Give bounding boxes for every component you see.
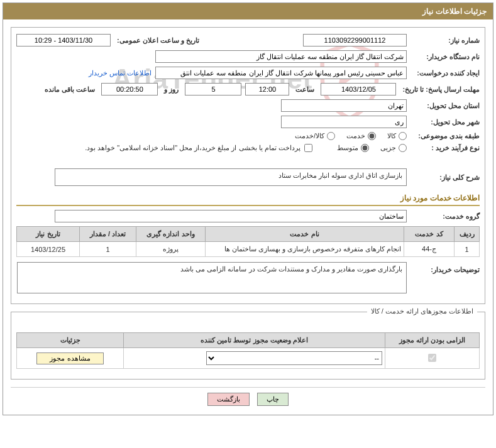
view-license-button[interactable]: مشاهده مجوز	[36, 352, 103, 364]
th-unit: واحد اندازه گیری	[136, 227, 206, 242]
city-label: شهر محل تحویل:	[411, 118, 480, 126]
service-group-field[interactable]	[55, 210, 407, 222]
license-status-select[interactable]: --	[206, 351, 382, 365]
subject-radio-goods[interactable]: کالا	[387, 132, 407, 140]
subject-radio-service-label: خدمت	[346, 132, 365, 140]
city-field[interactable]	[281, 116, 407, 128]
province-label: استان محل تحویل:	[411, 102, 480, 110]
th-date: تاریخ نیاز	[17, 227, 80, 242]
subject-radio-goods-service[interactable]: کالا/خدمت	[295, 132, 335, 140]
need-desc-field[interactable]: بازسازی اتاق اداری سوله انبار مخابرات ست…	[55, 168, 407, 186]
cell-unit: پروژه	[136, 242, 206, 257]
subject-radio-service-input[interactable]	[368, 132, 376, 140]
buyer-notes-label: توضیحات خریدار:	[411, 262, 480, 274]
purchase-radio-minor-label: جزیی	[380, 144, 396, 152]
need-number-label: شماره نیاز:	[411, 36, 480, 45]
treasury-checkbox-input[interactable]	[304, 144, 312, 152]
subject-class-label: طبقه بندی موضوعی:	[411, 132, 480, 140]
table-row: 1 ج-44 انجام کارهای متفرقه درخصوص بازساز…	[17, 242, 480, 257]
cell-date: 1403/12/25	[17, 242, 80, 257]
main-panel: شماره نیاز: تاریخ و ساعت اعلان عمومی: نا…	[11, 27, 485, 304]
need-desc-label: شرح کلی نیاز:	[411, 173, 480, 182]
treasury-checkbox[interactable]: پرداخت تمام یا بخشی از مبلغ خرید،از محل …	[85, 144, 312, 152]
license-status-cell: --	[124, 348, 385, 369]
deadline-remaining-label: ساعت باقی مانده	[42, 85, 97, 94]
service-info-title: اطلاعات خدمات مورد نیاز	[16, 191, 480, 206]
page-title: جزئیات اطلاعات نیاز	[3, 3, 493, 19]
cell-name: انجام کارهای متفرقه درخصوص بازسازی و بهس…	[206, 242, 404, 257]
license-mandatory-checkbox	[428, 354, 436, 362]
license-panel: اطلاعات مجوزهای ارائه خدمت / کالا الزامی…	[11, 312, 485, 380]
cell-row: 1	[455, 242, 480, 257]
th-qty: تعداد / مقدار	[80, 227, 136, 242]
requester-label: ایجاد کننده درخواست:	[411, 69, 480, 77]
requester-field[interactable]	[155, 67, 407, 79]
purchase-type-label: نوع فرآیند خرید :	[411, 144, 480, 152]
subject-radio-goods-service-input[interactable]	[327, 132, 335, 140]
announce-datetime-label: تاریخ و ساعت اعلان عمومی:	[114, 36, 202, 45]
purchase-radio-minor-input[interactable]	[399, 144, 407, 152]
th-code: کد خدمت	[404, 227, 455, 242]
license-table: الزامی بودن ارائه مجوز اعلام وضعیت مجوز …	[16, 332, 480, 369]
deadline-time-label: ساعت	[293, 85, 317, 94]
subject-radio-goods-service-label: کالا/خدمت	[295, 132, 324, 140]
cell-code: ج-44	[404, 242, 455, 257]
buyer-org-label: نام دستگاه خریدار:	[411, 53, 480, 61]
license-mandatory-cell	[385, 348, 480, 369]
th-row: ردیف	[455, 227, 480, 242]
purchase-radio-minor[interactable]: جزیی	[380, 144, 407, 152]
purchase-radio-medium-input[interactable]	[361, 144, 369, 152]
print-button[interactable]: چاپ	[257, 393, 289, 406]
back-button[interactable]: بازگشت	[207, 393, 250, 406]
service-group-label: گروه خدمت:	[411, 212, 480, 221]
th-status: اعلام وضعیت مجوز توسط تامین کننده	[124, 333, 385, 348]
province-field[interactable]	[281, 99, 407, 112]
button-row: چاپ بازگشت	[11, 387, 485, 415]
th-details: جزئیات	[17, 333, 124, 348]
buyer-org-field[interactable]	[155, 50, 407, 63]
subject-radio-service[interactable]: خدمت	[346, 132, 376, 140]
th-name: نام خدمت	[206, 227, 404, 242]
buyer-contact-link[interactable]: اطلاعات تماس خریدار	[89, 69, 152, 77]
announce-datetime-field[interactable]	[16, 34, 111, 46]
license-details-cell: مشاهده مجوز	[17, 348, 124, 369]
deadline-days-field[interactable]	[185, 83, 241, 96]
license-legend: اطلاعات مجوزهای ارائه خدمت / کالا	[367, 307, 477, 315]
cell-qty: 1	[80, 242, 136, 257]
buyer-notes-field[interactable]: بارگذاری صورت مقادیر و مدارک و مستندات ش…	[17, 262, 407, 293]
purchase-radio-medium[interactable]: متوسط	[337, 144, 369, 152]
th-mandatory: الزامی بودن ارائه مجوز	[385, 333, 480, 348]
need-number-field[interactable]	[303, 34, 407, 46]
deadline-days-label: روز و	[162, 85, 181, 94]
deadline-date-field[interactable]	[321, 83, 396, 96]
purchase-radio-medium-label: متوسط	[337, 144, 358, 152]
subject-radio-goods-label: کالا	[387, 132, 396, 140]
deadline-remaining-field[interactable]	[101, 83, 158, 96]
service-table: ردیف کد خدمت نام خدمت واحد اندازه گیری ت…	[16, 226, 480, 257]
subject-radio-goods-input[interactable]	[399, 132, 407, 140]
deadline-label: مهلت ارسال پاسخ: تا تاریخ:	[400, 85, 480, 94]
license-row: -- مشاهده مجوز	[17, 348, 480, 369]
treasury-note: پرداخت تمام یا بخشی از مبلغ خرید،از محل …	[85, 144, 300, 152]
deadline-time-field[interactable]	[245, 83, 289, 96]
